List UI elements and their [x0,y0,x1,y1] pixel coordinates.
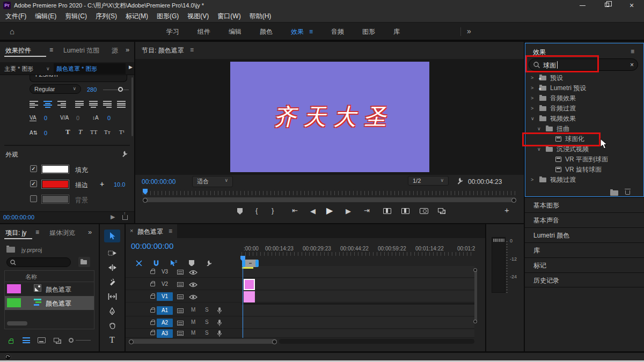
go-to-out-icon[interactable]: ⇥ [364,206,370,215]
scrollbar-handle-bottom[interactable] [473,320,477,323]
background-checkbox[interactable] [30,195,37,202]
panel-next-icon[interactable]: ▶ [129,64,133,70]
lift-icon[interactable] [383,208,391,214]
stroke-checkbox[interactable]: ✓ [30,180,37,187]
track-lane-v3[interactable] [241,266,474,278]
menu-file[interactable]: 文件(F) [5,12,26,21]
solo-button[interactable]: S [205,330,209,336]
panel-header-essential-graphics[interactable]: 基本图形 [525,197,644,212]
workspace-tab-editing[interactable]: 编辑 [229,27,241,36]
step-back-icon[interactable]: ◀ [310,207,316,215]
comparison-view-icon[interactable] [438,208,443,212]
track-lane-a2[interactable] [241,317,474,329]
clear-search-icon[interactable]: × [630,61,634,69]
tree-item-vr-plane-to-sphere[interactable]: VR 平面到球面 [525,154,643,165]
font-style-select[interactable]: Regular ∨ [30,84,81,94]
track-lock-icon[interactable] [150,283,155,286]
sync-lock-icon[interactable] [177,282,184,287]
track-label[interactable]: A2 [157,319,173,327]
panel-header-lumetri-color[interactable]: Lumetri 颜色 [525,227,644,242]
voiceover-mic-icon[interactable] [217,319,222,327]
menu-sequence[interactable]: 序列(S) [96,12,117,21]
tab-sequence[interactable]: × 颜色遮罩 ≡ [126,224,177,238]
tree-item-vr-rotate-sphere[interactable]: VR 旋转球面 [525,165,643,175]
font-size-slider-knob[interactable] [118,87,123,92]
timeline-vertical-scrollbar[interactable] [474,269,477,323]
align-left-button[interactable] [30,101,38,108]
step-forward-icon[interactable]: ▶ [346,207,351,215]
menu-marker[interactable]: 标记(M) [126,12,148,21]
track-header-v3[interactable]: V3 [126,266,241,278]
export-frame-icon[interactable] [420,208,428,214]
name-column-header[interactable]: 名称 [25,273,37,281]
tab-overflow-icon[interactable]: » [88,228,92,236]
track-lane-v2[interactable] [241,278,474,290]
tab-project[interactable]: 项目: jy [5,228,26,238]
track-lock-icon[interactable] [150,331,155,335]
restore-icon[interactable] [605,3,609,7]
icon-view-icon[interactable] [38,337,46,343]
panel-header-history[interactable]: 历史记录 [525,272,644,287]
mark-out-icon[interactable]: } [272,206,274,215]
zoom-scroll-handle[interactable] [242,260,259,267]
tree-item-video-effects[interactable]: ∨ 视频效果 [525,114,643,124]
creative-cloud-sync-icon[interactable] [4,353,11,360]
justify-last-left-button[interactable] [75,101,84,108]
leading-value[interactable]: 0 [107,115,111,121]
panel-header-essential-sound[interactable]: 基本声音 [525,212,644,227]
settings-wrench-icon[interactable] [456,177,464,184]
workspace-tab-effects[interactable]: 效果 [291,27,304,36]
track-lock-icon[interactable] [150,321,155,325]
expand-icon[interactable]: > [531,73,533,83]
stroke-width-value[interactable]: 10.0 [114,181,125,188]
timeline-horizontal-scrollbar[interactable] [129,339,277,344]
zoom-slider-knob[interactable] [69,338,74,343]
track-header-a1[interactable]: A1 M S [126,305,241,316]
clip-v1[interactable] [244,291,255,302]
slip-tool[interactable] [104,290,120,303]
go-to-in-icon[interactable]: ⇤ [292,206,298,215]
track-label[interactable]: V1 [157,292,173,301]
track-header-a2[interactable]: A2 M S [126,317,241,329]
tab-program[interactable]: 节目: 颜色遮罩 [142,46,184,55]
pen-tool[interactable] [104,305,120,317]
panel-header-libraries[interactable]: 库 [525,242,644,257]
master-clip-label[interactable]: 主要 * 图形 [4,65,33,73]
project-writable-lock-icon[interactable] [9,340,13,344]
expand-icon[interactable]: > [531,93,533,104]
tree-item-video-transitions[interactable]: > 视频过渡 [525,175,643,185]
play-audio-icon[interactable]: ▶ [111,213,115,220]
font-family-select[interactable]: FZShuTi [30,75,127,82]
sync-lock-icon[interactable] [177,331,184,336]
list-item[interactable]: 颜色遮罩 [5,282,94,296]
wrench-icon[interactable] [121,150,128,157]
superscript-button[interactable]: T¹ [119,129,125,135]
project-filename[interactable]: jy.prproj [21,247,42,253]
sync-lock-icon[interactable] [177,308,184,313]
mute-button[interactable]: M [191,307,195,313]
label-color-swatch[interactable] [7,284,21,293]
workspace-tab-graphics[interactable]: 图形 [362,27,375,36]
tree-item-lumetri-presets[interactable]: > Lumetri 预设 [525,83,643,93]
new-custom-bin-icon[interactable] [610,190,618,196]
track-output-eye-icon[interactable] [189,294,197,300]
track-lane-a3[interactable] [241,329,474,338]
faux-bold-button[interactable]: T [65,128,70,136]
selection-tool[interactable] [104,230,120,242]
small-caps-button[interactable]: Tᴛ [104,129,111,135]
razor-tool[interactable] [104,276,120,289]
tree-item-audio-effects[interactable]: > 音频效果 [525,93,643,104]
all-caps-button[interactable]: TT [90,129,97,135]
ripple-edit-tool[interactable] [104,261,120,274]
solo-button[interactable]: S [205,319,209,325]
close-tab-icon[interactable]: × [130,227,133,234]
menu-window[interactable]: 窗口(W) [217,12,240,21]
panel-menu-icon[interactable]: ≡ [631,48,634,55]
tracking-value[interactable]: 0 [44,115,47,121]
tree-item-audio-transitions[interactable]: > 音频过渡 [525,104,643,114]
track-header-a3[interactable]: A3 M S [126,329,241,338]
horizontal-scrollbar[interactable] [7,321,27,326]
expand-icon[interactable]: > [531,104,533,114]
stroke-color-swatch[interactable] [42,180,69,188]
track-header-v1[interactable]: V1 [126,291,241,302]
